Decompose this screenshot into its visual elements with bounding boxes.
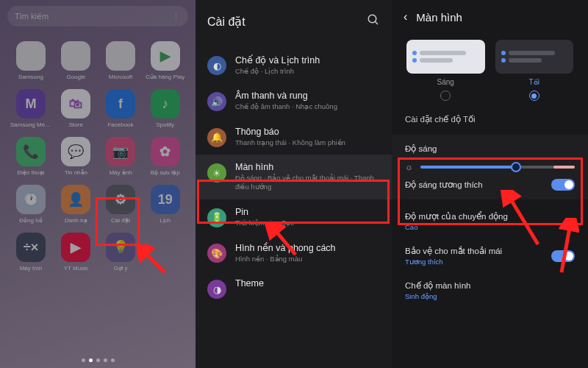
app-label: Microsoft bbox=[109, 74, 132, 80]
settings-item-subtitle: Chế độ · Lịch trình bbox=[235, 67, 380, 76]
settings-item-title: Theme bbox=[235, 278, 380, 289]
search-icon[interactable] bbox=[367, 13, 380, 29]
app-label: Máy tính bbox=[20, 265, 43, 272]
app-label: Cửa hàng Play bbox=[146, 74, 184, 80]
app-label: Lịch bbox=[159, 217, 171, 224]
display-title: Màn hình bbox=[416, 11, 462, 24]
settings-item-ch-v-l-ch-tr-nh[interactable]: ◐Chế độ và Lịch trìnhChế độ · Lịch trình bbox=[196, 47, 392, 83]
app-label: Đồng hồ bbox=[19, 217, 42, 224]
display-settings-panel: ‹ Màn hình Sáng Tối Cài đặt chế độ Tối Đ… bbox=[392, 0, 588, 368]
home-screen-panel: Tìm kiếm ⋮ SamsungGoogleMicrosoft▶Cửa hà… bbox=[0, 0, 196, 368]
brightness-slider[interactable] bbox=[420, 161, 575, 173]
settings-item-icon: 🎨 bbox=[207, 244, 226, 263]
app-icon bbox=[61, 41, 90, 71]
settings-item-title: Pin bbox=[235, 207, 380, 217]
app-m-y-t-nh[interactable]: ÷×Máy tính bbox=[10, 233, 51, 272]
settings-item-subtitle: Hình nền · Bảng màu bbox=[235, 255, 380, 263]
app-yt-music[interactable]: ▶YT Music bbox=[56, 233, 96, 272]
app-store[interactable]: 🛍Store bbox=[56, 89, 96, 128]
settings-item-icon: ◑ bbox=[207, 280, 226, 299]
dark-label: Tối bbox=[529, 78, 539, 86]
settings-item-title: Màn hình bbox=[235, 162, 380, 172]
app-icon: 🛍 bbox=[61, 89, 90, 118]
settings-item-subtitle: Độ sáng · Bảo vệ cho mắt thoải mái · Tha… bbox=[235, 174, 380, 192]
app-label: Google bbox=[66, 74, 85, 80]
app--i-n-tho-i[interactable]: 📞Điện thoại bbox=[10, 137, 51, 176]
app-b-s-u-t-p[interactable]: ✿Bộ sưu tập bbox=[145, 137, 185, 176]
light-mode-card[interactable]: Sáng bbox=[406, 40, 485, 101]
adaptive-label: Độ sáng tương thích bbox=[405, 180, 483, 190]
app-icon: 🕐 bbox=[16, 185, 46, 214]
app-icon: ÷× bbox=[16, 233, 46, 262]
svg-line-1 bbox=[375, 21, 378, 24]
settings-item-title: Hình nền và phong cách bbox=[235, 242, 380, 253]
search-placeholder: Tìm kiếm bbox=[15, 12, 49, 21]
app-label: Tin nhắn bbox=[65, 169, 87, 176]
settings-item-h-nh-n-n-v-phong-c-ch[interactable]: 🎨Hình nền và phong cáchHình nền · Bảng m… bbox=[196, 235, 392, 271]
light-preview bbox=[406, 40, 485, 74]
dark-radio[interactable] bbox=[529, 91, 539, 101]
app-icon: 👤 bbox=[61, 185, 90, 214]
settings-item-subtitle: Thanh trạng thái · Không làm phiền bbox=[235, 138, 380, 147]
app-icon: ✿ bbox=[151, 137, 180, 166]
eye-comfort-item[interactable]: Bảo vệ cho mắt thoải mái Tương thích bbox=[392, 238, 588, 273]
theme-mode-row: Sáng Tối bbox=[392, 29, 588, 105]
brightness-section: Độ sáng ☼ Độ sáng tương thích bbox=[392, 135, 588, 199]
svg-point-0 bbox=[368, 15, 376, 23]
screen-mode-item[interactable]: Chế độ màn hình Sinh động bbox=[392, 273, 588, 308]
settings-item-th-ng-b-o[interactable]: 🔔Thông báoThanh trạng thái · Không làm p… bbox=[196, 119, 392, 155]
app-icon: 💡 bbox=[106, 233, 135, 262]
app-label: Máy ảnh bbox=[109, 169, 132, 176]
app-icon: 19 bbox=[151, 185, 180, 214]
app-label: Điện thoại bbox=[17, 169, 44, 176]
app-icon: 📷 bbox=[106, 137, 135, 166]
search-bar[interactable]: Tìm kiếm ⋮ bbox=[7, 6, 188, 26]
app-label: Cài đặt bbox=[111, 217, 130, 224]
app-icon bbox=[106, 41, 135, 71]
settings-item-title: Chế độ và Lịch trình bbox=[235, 54, 380, 66]
app-microsoft[interactable]: Microsoft bbox=[101, 41, 141, 80]
sun-icon: ☼ bbox=[405, 162, 413, 172]
adaptive-toggle[interactable] bbox=[551, 179, 575, 191]
app-g-i-[interactable]: 💡Gợi ý bbox=[101, 233, 141, 272]
settings-list: ◐Chế độ và Lịch trìnhChế độ · Lịch trình… bbox=[196, 47, 392, 306]
app-spotify[interactable]: ♪Spotify bbox=[145, 89, 185, 128]
app-tin-nh-n[interactable]: 💬Tin nhắn bbox=[56, 137, 96, 176]
app-m-y-nh[interactable]: 📷Máy ảnh bbox=[101, 137, 141, 176]
light-label: Sáng bbox=[437, 78, 454, 86]
page-indicator bbox=[0, 358, 196, 362]
app-grid: SamsungGoogleMicrosoft▶Cửa hàng PlayMSam… bbox=[7, 41, 188, 272]
app-label: YT Music bbox=[64, 265, 88, 272]
app-samsung-memb-[interactable]: MSamsung Memb.. bbox=[10, 89, 51, 128]
back-icon[interactable]: ‹ bbox=[404, 10, 407, 24]
dark-preview bbox=[495, 40, 574, 74]
settings-panel: Cài đặt ◐Chế độ và Lịch trìnhChế độ · Lị… bbox=[196, 0, 392, 368]
app-icon: ▶ bbox=[151, 41, 180, 71]
light-radio[interactable] bbox=[440, 91, 451, 101]
app-c-a-h-ng-play[interactable]: ▶Cửa hàng Play bbox=[145, 41, 185, 80]
eye-comfort-toggle[interactable] bbox=[551, 250, 575, 262]
settings-item-title: Thông báo bbox=[235, 127, 380, 137]
app-facebook[interactable]: fFacebook bbox=[101, 89, 141, 128]
app-samsung[interactable]: Samsung bbox=[10, 41, 51, 80]
settings-item-icon: ☀ bbox=[207, 163, 226, 183]
settings-item-m-n-h-nh[interactable]: ☀Màn hìnhĐộ sáng · Bảo vệ cho mắt thoải … bbox=[196, 155, 392, 199]
app-icon: ▶ bbox=[61, 233, 90, 262]
settings-item-icon: ◐ bbox=[207, 56, 226, 75]
app-danh-b-[interactable]: 👤Danh bạ bbox=[56, 185, 96, 224]
settings-item--m-thanh-v-rung[interactable]: 🔊Âm thanh và rungChế độ âm thanh · Nhạc … bbox=[196, 83, 392, 118]
app-c-i-t[interactable]: ⚙Cài đặt bbox=[101, 185, 141, 224]
dark-mode-settings-link[interactable]: Cài đặt chế độ Tối bbox=[392, 105, 588, 130]
dark-mode-card[interactable]: Tối bbox=[495, 40, 574, 101]
settings-item-pin[interactable]: 🔋PinTiết kiệm pin · Sạc bbox=[196, 199, 392, 235]
motion-smoothness-item[interactable]: Độ mượt của chuyển động Cao bbox=[392, 204, 588, 238]
app-l-ch[interactable]: 19Lịch bbox=[145, 185, 185, 224]
app-icon: 💬 bbox=[61, 137, 90, 166]
app-label: Facebook bbox=[107, 121, 133, 128]
app--ng-h-[interactable]: 🕐Đồng hồ bbox=[10, 185, 51, 224]
app-label: Samsung Memb.. bbox=[10, 121, 51, 128]
more-icon[interactable]: ⋮ bbox=[172, 12, 181, 21]
app-google[interactable]: Google bbox=[56, 41, 96, 80]
settings-header: Cài đặt bbox=[196, 0, 392, 47]
settings-item-theme[interactable]: ◑Theme bbox=[196, 271, 392, 306]
